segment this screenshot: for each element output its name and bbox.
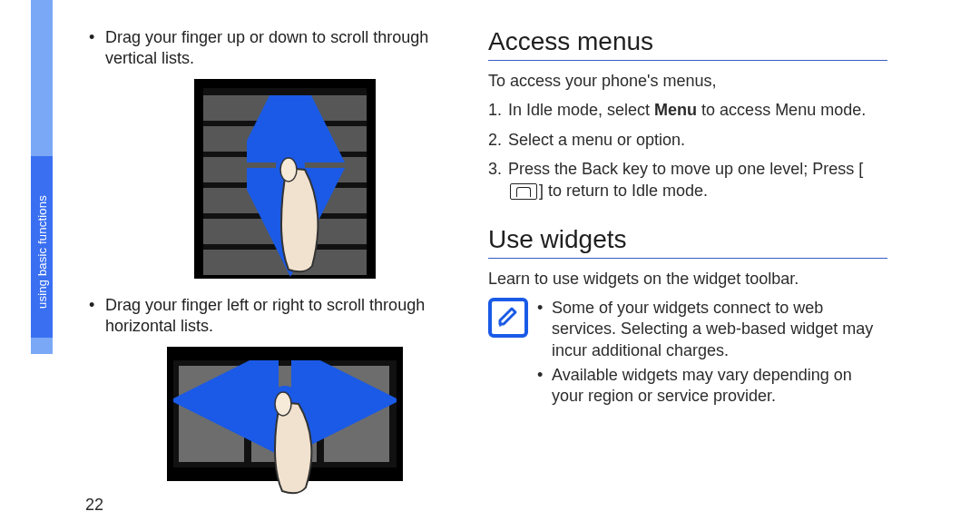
heading-use-widgets: Use widgets xyxy=(488,225,887,254)
device-screen-vertical xyxy=(203,88,367,270)
step-2: Select a menu or option. xyxy=(488,129,887,151)
note-item-1: Some of your widgets connect to web serv… xyxy=(537,298,887,361)
heading-rule-1 xyxy=(488,60,887,61)
device-screen-horizontal xyxy=(173,360,397,467)
use-widgets-lead: Learn to use widgets on the widget toolb… xyxy=(488,268,887,290)
access-menus-steps: In Idle mode, select Menu to access Menu… xyxy=(488,99,887,202)
step-3: Press the Back key to move up one level;… xyxy=(488,158,887,202)
figure-horizontal-scroll xyxy=(85,347,485,481)
gesture-list-2: Drag your finger left or right to scroll… xyxy=(85,295,485,338)
bullet-vertical-scroll: Drag your finger up or down to scroll th… xyxy=(85,27,485,70)
right-column: Access menus To access your phone's menu… xyxy=(488,27,887,411)
heading-access-menus: Access menus xyxy=(488,27,887,56)
figure-vertical-scroll xyxy=(85,79,485,279)
device-frame-vertical xyxy=(194,79,376,279)
step-3-text-b: ] to return to Idle mode. xyxy=(539,182,708,200)
manual-page: using basic functions Drag your finger u… xyxy=(0,0,980,531)
gesture-list: Drag your finger up or down to scroll th… xyxy=(85,27,485,70)
step-1-text-a: In Idle mode, select xyxy=(508,101,654,119)
step-3-text-a: Press the Back key to move up one level;… xyxy=(508,160,863,178)
step-1: In Idle mode, select Menu to access Menu… xyxy=(488,99,887,121)
note-icon xyxy=(488,298,528,338)
note-block: Some of your widgets connect to web serv… xyxy=(488,298,887,411)
heading-rule-2 xyxy=(488,258,887,259)
left-column: Drag your finger up or down to scroll th… xyxy=(85,27,485,497)
device-frame-horizontal xyxy=(167,347,403,481)
step-1-text-c: to access Menu mode. xyxy=(697,101,866,119)
bullet-horizontal-scroll: Drag your finger left or right to scroll… xyxy=(85,295,485,338)
step-1-menu-bold: Menu xyxy=(654,101,697,119)
page-number: 22 xyxy=(85,496,103,515)
note-item-2: Available widgets may vary depending on … xyxy=(537,365,887,408)
side-tab-label: using basic functions xyxy=(33,180,51,325)
end-key-icon xyxy=(510,183,537,200)
access-menus-lead: To access your phone's menus, xyxy=(488,70,887,92)
note-body: Some of your widgets connect to web serv… xyxy=(537,298,887,411)
pencil-icon xyxy=(495,305,521,330)
